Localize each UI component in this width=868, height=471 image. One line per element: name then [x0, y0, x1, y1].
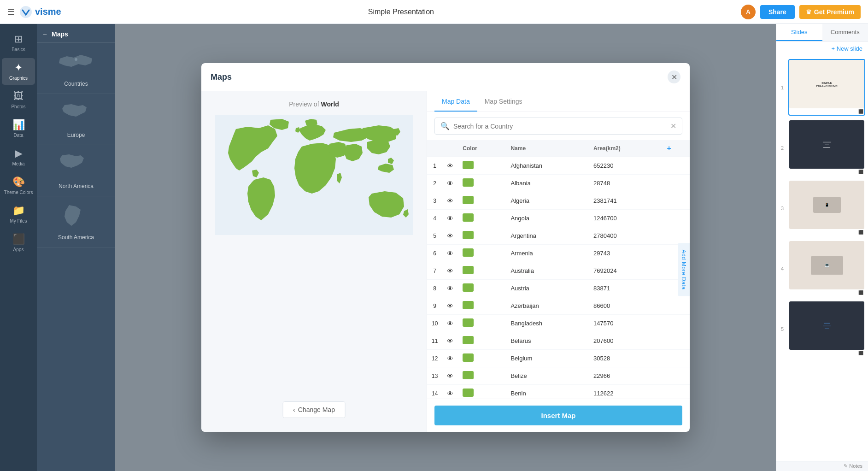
canvas-area: Maps ✕ Preview of World: [115, 24, 776, 471]
row-area: 652230: [589, 157, 662, 175]
row-visibility-toggle[interactable]: 👁: [442, 175, 458, 192]
row-visibility-toggle[interactable]: 👁: [442, 262, 458, 280]
maps-modal: Maps ✕ Preview of World: [201, 63, 690, 432]
notes-label[interactable]: ✎ Notes: [844, 463, 862, 469]
row-visibility-toggle[interactable]: 👁: [442, 367, 458, 385]
sidebar-item-theme-colors[interactable]: 🎨 Theme Colors: [2, 172, 35, 199]
map-category-north-america[interactable]: North America: [37, 145, 115, 196]
row-visibility-toggle[interactable]: 👁: [442, 157, 458, 175]
apps-icon: ⬛: [12, 233, 25, 245]
add-column-button[interactable]: +: [667, 144, 671, 152]
row-color[interactable]: [458, 315, 506, 332]
search-clear-icon[interactable]: ✕: [670, 122, 676, 130]
slide-thumb-inner-3: 📱: [789, 181, 864, 229]
row-visibility-toggle[interactable]: 👁: [442, 297, 458, 315]
col-eye: [442, 140, 458, 157]
sidebar-item-my-files[interactable]: 📁 My Files: [2, 201, 35, 228]
slide-number-3: 3: [781, 206, 784, 211]
row-color[interactable]: [458, 350, 506, 367]
table-row: 10 👁 Bangladesh 147570: [427, 315, 690, 332]
map-category-europe[interactable]: Europe: [37, 94, 115, 145]
row-area: 29743: [589, 245, 662, 262]
row-color[interactable]: [458, 297, 506, 315]
sidebar-item-photos[interactable]: 🖼 Photos: [2, 87, 35, 113]
topbar-center: Simple Presentation: [61, 8, 741, 16]
south-america-map-preview: [55, 203, 97, 230]
row-visibility-toggle[interactable]: 👁: [442, 210, 458, 227]
basics-icon: ⊞: [14, 33, 23, 45]
table-row: 1 👁 Afghanistan 652230: [427, 157, 690, 175]
row-name: Albania: [506, 175, 589, 192]
hamburger-icon[interactable]: ☰: [7, 7, 15, 17]
back-arrow-icon[interactable]: ←: [42, 31, 48, 37]
change-map-button[interactable]: ‹ Change Map: [282, 401, 346, 418]
col-name: Name: [506, 140, 589, 157]
row-color[interactable]: [458, 192, 506, 210]
row-name: Angola: [506, 210, 589, 227]
row-area: 7692024: [589, 262, 662, 280]
slide-thumb-inner-1: SIMPLEPRESENTATION: [789, 60, 864, 108]
svg-point-0: [20, 6, 32, 18]
tab-comments[interactable]: Comments: [822, 24, 868, 41]
slide-thumb-2[interactable]: 2 ━━━━━━━━━━━━━━ ⬛: [788, 119, 865, 176]
map-category-europe-label: Europe: [67, 132, 85, 138]
row-color[interactable]: [458, 385, 506, 399]
visme-logo-text: visme: [35, 6, 61, 17]
slide-thumb-inner-5: ━━━━━━━━━━━━━: [789, 301, 864, 350]
row-visibility-toggle[interactable]: 👁: [442, 192, 458, 210]
maps-sidebar-title: Maps: [52, 30, 68, 38]
row-color[interactable]: [458, 245, 506, 262]
slide-number-5: 5: [781, 326, 784, 332]
tab-slides[interactable]: Slides: [776, 24, 822, 41]
tab-map-data[interactable]: Map Data: [434, 91, 477, 112]
row-visibility-toggle[interactable]: 👁: [442, 245, 458, 262]
row-color[interactable]: [458, 280, 506, 297]
data-icon: 📊: [12, 119, 25, 131]
premium-button[interactable]: ♛ Get Premium: [799, 5, 861, 19]
sidebar-item-apps[interactable]: ⬛ Apps: [2, 230, 35, 256]
row-visibility-toggle[interactable]: 👁: [442, 332, 458, 350]
slide-actions-5: ⬛: [789, 350, 864, 356]
row-color[interactable]: [458, 367, 506, 385]
add-more-data-button[interactable]: Add More Data: [678, 243, 690, 296]
map-preview-panel: Preview of World: [201, 91, 427, 432]
share-button[interactable]: Share: [760, 5, 795, 19]
row-area: 147570: [589, 315, 662, 332]
new-slide-button[interactable]: + New slide: [776, 41, 868, 56]
slides-panel: Slides Comments + New slide 1 SIMPLEPRES…: [776, 24, 868, 471]
row-color[interactable]: [458, 157, 506, 175]
slide-thumb-4[interactable]: 4 💻 ⬛: [788, 240, 865, 297]
slide-thumb-inner-4: 💻: [789, 241, 864, 289]
map-category-countries[interactable]: Countries: [37, 43, 115, 94]
row-visibility-toggle[interactable]: 👁: [442, 385, 458, 399]
row-color[interactable]: [458, 210, 506, 227]
slide-thumb-1[interactable]: 1 SIMPLEPRESENTATION ⬛: [788, 59, 865, 116]
map-category-south-america[interactable]: South America: [37, 196, 115, 247]
row-area: 207600: [589, 332, 662, 350]
row-area: 86600: [589, 297, 662, 315]
row-color[interactable]: [458, 175, 506, 192]
slide-thumb-3[interactable]: 3 📱 ⬛: [788, 180, 865, 236]
slide-thumb-5[interactable]: 5 ━━━━━━━━━━━━━ ⬛: [788, 300, 865, 357]
sidebar-item-media[interactable]: ▶ Media: [2, 144, 35, 171]
sidebar-item-graphics[interactable]: ✦ Graphics: [2, 58, 35, 85]
row-color[interactable]: [458, 227, 506, 245]
search-input[interactable]: [453, 123, 670, 130]
row-number: 13: [427, 367, 442, 385]
table-row: 4 👁 Angola 1246700: [427, 210, 690, 227]
tab-map-settings[interactable]: Map Settings: [477, 91, 530, 112]
modal-footer: Insert Map: [427, 399, 690, 432]
sidebar-item-theme-colors-label: Theme Colors: [4, 190, 33, 195]
row-color[interactable]: [458, 262, 506, 280]
insert-map-button[interactable]: Insert Map: [434, 406, 682, 425]
map-category-north-america-label: North America: [59, 183, 94, 189]
sidebar-item-data[interactable]: 📊 Data: [2, 115, 35, 142]
modal-close-button[interactable]: ✕: [668, 71, 680, 83]
sidebar-item-basics[interactable]: ⊞ Basics: [2, 29, 35, 56]
row-visibility-toggle[interactable]: 👁: [442, 280, 458, 297]
row-visibility-toggle[interactable]: 👁: [442, 315, 458, 332]
table-row: 2 👁 Albania 28748: [427, 175, 690, 192]
row-color[interactable]: [458, 332, 506, 350]
row-visibility-toggle[interactable]: 👁: [442, 350, 458, 367]
row-visibility-toggle[interactable]: 👁: [442, 227, 458, 245]
